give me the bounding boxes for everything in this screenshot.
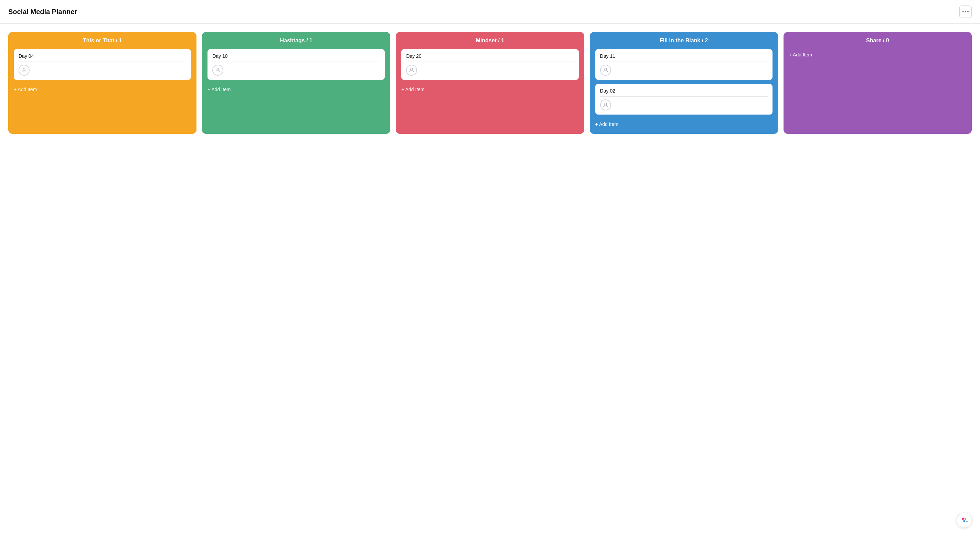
fab-icon: + [960,516,968,524]
card-title-card-3: Day 20 [406,53,574,62]
column-header-this-or-that: This or That / 1 [14,38,191,44]
card-title-card-5: Day 02 [600,88,768,97]
card-card-2[interactable]: Day 10 [207,49,385,80]
svg-point-6 [964,518,967,520]
card-title-card-4: Day 11 [600,53,768,62]
add-item-button-hashtags[interactable]: + Add Item [207,85,385,94]
svg-point-0 [23,68,25,70]
svg-point-4 [605,103,607,105]
card-avatar-card-1 [19,65,30,76]
add-item-button-fill-in-the-blank[interactable]: + Add Item [595,120,773,128]
column-fill-in-the-blank: Fill in the Blank / 2Day 11 Day 02 + Add… [590,32,778,134]
app-header: Social Media Planner [0,0,980,24]
add-item-button-share[interactable]: + Add Item [789,51,966,59]
add-item-button-mindset[interactable]: + Add Item [401,85,578,94]
card-avatar-card-4 [600,65,611,76]
card-title-card-2: Day 10 [212,53,380,62]
card-title-card-1: Day 04 [19,53,186,62]
card-card-3[interactable]: Day 20 [401,49,578,80]
board: This or That / 1Day 04 + Add ItemHashtag… [0,24,980,142]
card-card-4[interactable]: Day 11 [595,49,773,80]
svg-point-5 [962,518,964,520]
svg-point-3 [605,68,607,70]
card-avatar-card-2 [212,65,223,76]
app-title: Social Media Planner [8,8,77,16]
svg-point-7 [963,520,965,522]
card-card-1[interactable]: Day 04 [14,49,191,80]
card-avatar-card-3 [406,65,417,76]
column-header-share: Share / 0 [789,38,966,44]
dot-1 [963,11,964,13]
svg-point-1 [217,68,219,70]
column-this-or-that: This or That / 1Day 04 + Add Item [8,32,196,134]
column-hashtags: Hashtags / 1Day 10 + Add Item [202,32,390,134]
column-header-fill-in-the-blank: Fill in the Blank / 2 [595,38,773,44]
svg-text:+: + [966,520,968,523]
fab-button[interactable]: + [956,513,972,528]
add-item-button-this-or-that[interactable]: + Add Item [14,85,191,94]
column-header-mindset: Mindset / 1 [401,38,578,44]
dot-3 [967,11,969,13]
column-share: Share / 0+ Add Item [784,32,972,134]
card-avatar-card-5 [600,99,611,110]
dot-2 [965,11,966,13]
svg-point-2 [410,68,412,70]
card-card-5[interactable]: Day 02 [595,84,773,115]
column-header-hashtags: Hashtags / 1 [207,38,385,44]
column-mindset: Mindset / 1Day 20 + Add Item [396,32,584,134]
more-options-button[interactable] [959,5,972,18]
